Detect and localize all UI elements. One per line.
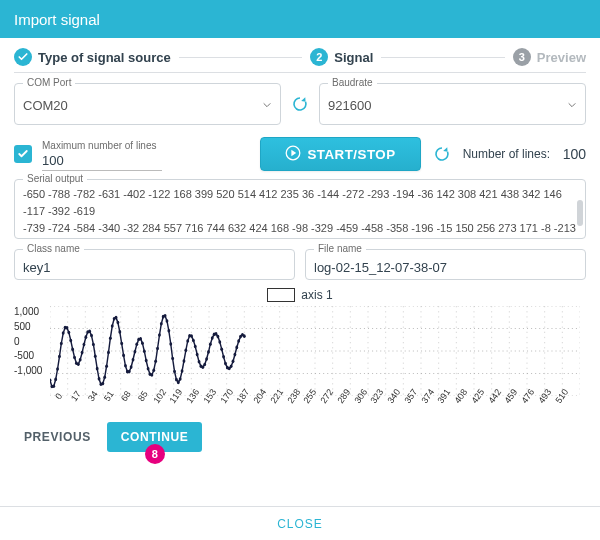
svg-point-43 (60, 342, 63, 346)
svg-point-86 (141, 342, 144, 346)
svg-point-82 (133, 350, 136, 354)
svg-point-74 (118, 330, 121, 334)
previous-button[interactable]: PREVIOUS (18, 422, 97, 452)
check-icon (14, 48, 32, 66)
serial-output: Serial output -650 -788 -782 -631 -402 -… (14, 179, 586, 239)
svg-point-121 (207, 350, 210, 354)
svg-point-136 (235, 346, 238, 350)
svg-point-89 (147, 367, 150, 371)
svg-point-39 (52, 384, 55, 388)
max-lines-input[interactable]: Maximum number of lines 100 (42, 140, 162, 171)
step-hint-badge: 8 (145, 444, 165, 464)
com-port-value: COM20 (23, 98, 68, 113)
svg-point-114 (194, 345, 197, 349)
y-tick: -1,000 (14, 365, 42, 376)
svg-point-105 (177, 381, 180, 385)
svg-point-101 (169, 342, 172, 346)
field-legend: COM Port (23, 77, 75, 88)
svg-point-118 (201, 365, 204, 369)
svg-point-83 (135, 342, 138, 346)
svg-point-103 (173, 370, 176, 374)
svg-point-68 (107, 351, 110, 355)
svg-point-50 (73, 356, 76, 360)
step-separator (179, 57, 303, 58)
svg-point-127 (218, 340, 221, 344)
svg-point-108 (183, 359, 186, 363)
svg-point-48 (69, 339, 72, 343)
close-button[interactable]: CLOSE (277, 517, 323, 531)
svg-point-137 (237, 339, 240, 343)
svg-point-119 (203, 363, 206, 367)
max-lines-checkbox[interactable] (14, 145, 32, 163)
refresh-icon[interactable] (431, 143, 453, 165)
svg-point-67 (105, 365, 108, 369)
svg-point-140 (243, 334, 246, 338)
svg-point-133 (230, 365, 233, 369)
svg-point-70 (111, 324, 114, 328)
svg-point-59 (90, 334, 93, 338)
svg-point-40 (54, 378, 57, 382)
svg-point-80 (130, 365, 133, 369)
field-legend: Baudrate (328, 77, 377, 88)
num-lines-value: 100 (558, 146, 586, 162)
svg-point-125 (215, 332, 218, 336)
svg-point-94 (156, 347, 159, 351)
class-name-input[interactable]: Class name key1 (14, 249, 295, 280)
svg-point-81 (132, 358, 135, 362)
svg-point-75 (120, 342, 123, 346)
svg-point-53 (79, 358, 82, 362)
svg-point-46 (66, 326, 69, 330)
refresh-icon[interactable] (289, 93, 311, 115)
svg-point-55 (83, 343, 86, 347)
svg-point-52 (77, 362, 80, 366)
signal-chart: axis 1 1,0005000-500-1,000 0173451688510… (14, 288, 586, 406)
baudrate-value: 921600 (328, 98, 371, 113)
svg-point-100 (167, 329, 170, 333)
max-lines-value[interactable]: 100 (42, 153, 162, 171)
continue-button[interactable]: CONTINUE 8 (107, 422, 202, 452)
serial-line: -739 -724 -584 -340 -32 284 557 716 744 … (23, 220, 577, 238)
svg-point-109 (184, 349, 187, 353)
svg-point-92 (152, 369, 155, 373)
step-source[interactable]: Type of signal source (14, 48, 171, 66)
svg-point-88 (145, 359, 148, 363)
svg-point-123 (211, 336, 214, 340)
svg-point-96 (160, 322, 163, 326)
svg-point-54 (81, 351, 84, 355)
svg-point-102 (171, 357, 174, 361)
svg-point-37 (50, 378, 51, 382)
legend-label: axis 1 (301, 288, 332, 302)
y-tick: -500 (14, 350, 42, 361)
y-tick: 1,000 (14, 306, 42, 317)
y-tick: 500 (14, 321, 42, 332)
svg-point-120 (205, 357, 208, 361)
field-legend: Class name (23, 243, 84, 254)
svg-point-122 (209, 342, 212, 346)
file-name-input[interactable]: File name log-02-15_12-07-38-07 (305, 249, 586, 280)
svg-point-77 (124, 364, 127, 368)
svg-point-135 (233, 353, 236, 357)
svg-point-42 (58, 355, 61, 359)
scrollbar-thumb[interactable] (577, 200, 583, 226)
class-name-value[interactable]: key1 (23, 256, 286, 275)
svg-point-56 (84, 335, 87, 339)
svg-point-79 (128, 370, 131, 374)
chevron-down-icon (262, 98, 272, 113)
svg-point-95 (158, 333, 161, 337)
svg-point-44 (62, 331, 65, 335)
svg-point-60 (92, 343, 95, 347)
svg-point-47 (67, 331, 70, 335)
svg-point-85 (139, 337, 142, 341)
dialog-footer: CLOSE (0, 506, 600, 540)
svg-point-73 (116, 321, 119, 325)
file-name-value[interactable]: log-02-15_12-07-38-07 (314, 256, 577, 275)
step-label: Preview (537, 50, 586, 65)
start-stop-button[interactable]: START/STOP (260, 137, 420, 171)
baudrate-select[interactable]: Baudrate 921600 (319, 83, 586, 125)
svg-point-41 (56, 367, 59, 371)
step-separator (381, 57, 505, 58)
step-signal[interactable]: 2 Signal (310, 48, 373, 66)
serial-line: -650 -788 -782 -631 -402 -122 168 399 52… (23, 186, 577, 220)
com-port-select[interactable]: COM Port COM20 (14, 83, 281, 125)
dialog-title: Import signal (0, 0, 600, 38)
